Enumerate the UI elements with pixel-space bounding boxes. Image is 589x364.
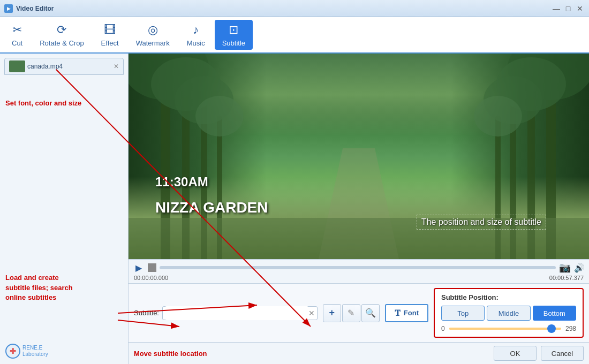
- subtitle-icon: ⊡: [229, 23, 238, 37]
- tab-music[interactable]: ♪ Music: [179, 20, 213, 50]
- playback-bar: ▶ 📷 🔊 00:00:00.000 00:00:57.377: [129, 259, 589, 283]
- slider-min-label: 0: [441, 325, 445, 332]
- logo-icon: ✚: [5, 344, 20, 359]
- playback-controls: ▶ 📷 🔊: [133, 262, 585, 274]
- cancel-button[interactable]: Cancel: [541, 346, 584, 361]
- stop-button[interactable]: [148, 263, 156, 272]
- toolbar: ✂ Cut ⟳ Rotate & Crop 🎞 Effect ◎ Waterma…: [0, 17, 589, 54]
- svg-point-11: [195, 96, 244, 136]
- ok-button[interactable]: OK: [494, 346, 537, 361]
- tab-subtitle[interactable]: ⊡ Subtitle: [215, 20, 253, 50]
- annotation-font: Set font, color and size: [5, 99, 81, 107]
- pos-top-button[interactable]: Top: [441, 306, 485, 321]
- subtitle-input-area: Subtitle: ✕: [134, 306, 318, 320]
- music-icon: ♪: [193, 23, 199, 37]
- tab-effect[interactable]: 🎞 Effect: [94, 20, 126, 50]
- window-controls: — □ ✕: [552, 4, 585, 13]
- effect-icon: 🎞: [104, 23, 116, 37]
- btn-group-container: + ✎ 🔍: [323, 304, 380, 322]
- file-close-button[interactable]: ✕: [114, 63, 119, 70]
- file-thumbnail: [9, 60, 25, 72]
- font-button[interactable]: 𝐓 Cut Font: [385, 304, 428, 322]
- subtitle-label: Subtitle:: [134, 309, 159, 317]
- video-background: 11:30AM NIZZA GARDEN The position and si…: [129, 54, 589, 259]
- tab-rotate[interactable]: ⟳ Rotate & Crop: [32, 20, 91, 50]
- main-area: canada.mp4 ✕ Set font, color and size Lo…: [0, 54, 589, 364]
- video-preview: 11:30AM NIZZA GARDEN The position and si…: [129, 54, 589, 259]
- pos-middle-button[interactable]: Middle: [487, 306, 530, 321]
- playback-time-row: 00:00:00.000 00:00:57.377: [133, 275, 585, 281]
- position-btn-row: Top Middle Bottom: [441, 306, 576, 321]
- cut-icon: ✂: [12, 23, 22, 37]
- bottom-controls: Subtitle: ✕ + ✎ 🔍 𝐓: [129, 283, 589, 342]
- tab-cut-label: Cut: [12, 39, 22, 47]
- slider-fill: [449, 328, 548, 330]
- subtitle-input[interactable]: [165, 306, 308, 320]
- subtitle-position-panel: Subtitle Position: Top Middle Bottom 0 2…: [434, 288, 584, 338]
- slider-track[interactable]: [449, 328, 561, 330]
- pos-bottom-button[interactable]: Bottom: [533, 306, 576, 321]
- svg-point-15: [474, 96, 522, 136]
- logo-area: ✚ RENE.E Laboratory: [5, 344, 48, 359]
- watermark-icon: ◎: [148, 23, 158, 37]
- logo-text: RENE.E Laboratory: [22, 345, 48, 358]
- logo-line1: RENE.E: [22, 345, 48, 351]
- maximize-button[interactable]: □: [563, 4, 573, 13]
- screenshot-icon[interactable]: 📷: [559, 262, 571, 274]
- subtitle-actions: + ✎ 🔍: [323, 304, 380, 322]
- annotation-load: Load and createsubtitle files; searchonl…: [5, 273, 73, 302]
- slider-max-label: 298: [565, 325, 576, 332]
- video-subtitle-overlay: The position and size of subtitle: [417, 215, 546, 230]
- tab-watermark-label: Watermark: [136, 39, 170, 47]
- play-button[interactable]: ▶: [133, 262, 145, 274]
- tab-watermark[interactable]: ◎ Watermark: [129, 20, 177, 50]
- font-icon: 𝐓: [395, 308, 401, 318]
- app-title: Video Editor: [16, 5, 54, 12]
- slider-row: 0 298: [441, 325, 576, 332]
- tab-effect-label: Effect: [101, 39, 119, 47]
- tab-subtitle-label: Subtitle: [222, 39, 245, 47]
- tab-cut[interactable]: ✂ Cut: [4, 20, 30, 50]
- slider-thumb[interactable]: [547, 324, 556, 333]
- tab-rotate-label: Rotate & Crop: [40, 39, 84, 47]
- edit-subtitle-button[interactable]: ✎: [342, 304, 360, 322]
- close-button[interactable]: ✕: [575, 4, 585, 13]
- rotate-icon: ⟳: [57, 23, 66, 37]
- panel-title: Subtitle Position:: [441, 293, 576, 301]
- title-bar: ▶ Video Editor — □ ✕: [0, 0, 589, 17]
- video-title-overlay: NIZZA GARDEN: [155, 199, 268, 216]
- add-subtitle-button[interactable]: +: [323, 304, 341, 322]
- video-area: 11:30AM NIZZA GARDEN The position and si…: [129, 54, 589, 364]
- subtitle-input-wrapper: ✕: [162, 306, 318, 320]
- annotation-move: Move subtitle location: [134, 350, 489, 358]
- subtitle-input-clear[interactable]: ✕: [308, 309, 315, 317]
- current-time: 00:00:00.000: [134, 275, 168, 281]
- file-name: canada.mp4: [27, 63, 63, 70]
- video-time-overlay: 11:30AM: [155, 175, 208, 189]
- action-bar: Move subtitle location OK Cancel: [129, 342, 589, 364]
- tab-music-label: Music: [187, 39, 205, 47]
- volume-icon[interactable]: 🔊: [574, 263, 585, 273]
- search-subtitle-button[interactable]: 🔍: [361, 304, 380, 322]
- file-tab[interactable]: canada.mp4 ✕: [4, 58, 124, 75]
- total-time: 00:00:57.377: [549, 275, 584, 281]
- font-btn-text: Font: [404, 309, 419, 317]
- sidebar: canada.mp4 ✕ Set font, color and size Lo…: [0, 54, 129, 364]
- minimize-button[interactable]: —: [552, 4, 561, 13]
- logo-line2: Laboratory: [22, 351, 48, 358]
- progress-bar[interactable]: [160, 266, 556, 269]
- app-icon: ▶: [4, 4, 13, 13]
